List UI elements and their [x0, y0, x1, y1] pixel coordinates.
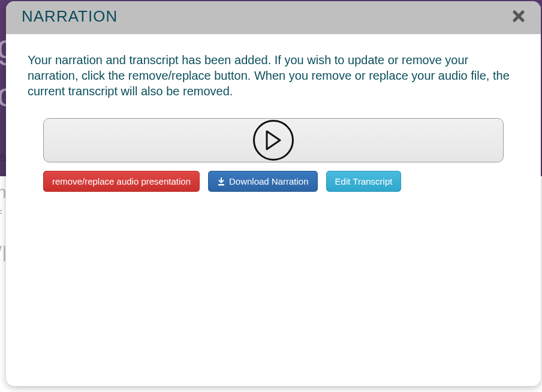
modal-body: Your narration and transcript has been a…	[6, 34, 541, 204]
modal-header: NARRATION	[6, 1, 541, 34]
remove-replace-button[interactable]: remove/replace audio presentation	[43, 171, 200, 192]
play-icon	[264, 130, 282, 150]
bg-text: f	[0, 207, 2, 226]
edit-transcript-button[interactable]: Edit Transcript	[326, 171, 402, 192]
download-narration-button[interactable]: Download Narration	[208, 171, 318, 192]
download-narration-label: Download Narration	[229, 177, 309, 186]
close-icon[interactable]	[508, 8, 529, 26]
modal-description: Your narration and transcript has been a…	[28, 52, 519, 99]
remove-replace-label: remove/replace audio presentation	[52, 177, 191, 186]
modal-title: NARRATION	[22, 7, 118, 26]
edit-transcript-label: Edit Transcript	[335, 177, 393, 186]
player-section: remove/replace audio presentation Downlo…	[43, 118, 504, 192]
download-icon	[217, 177, 225, 186]
svg-rect-0	[218, 184, 224, 186]
narration-modal: NARRATION Your narration and transcript …	[6, 1, 541, 386]
play-button[interactable]	[253, 120, 294, 161]
audio-player[interactable]	[43, 118, 504, 162]
bg-text: .	[0, 282, 2, 301]
button-row: remove/replace audio presentation Downlo…	[43, 171, 504, 192]
